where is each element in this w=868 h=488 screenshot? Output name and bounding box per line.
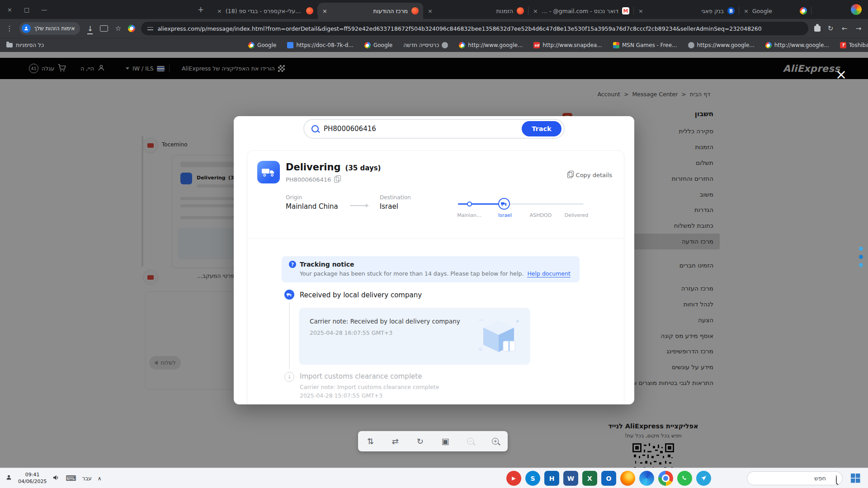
language-indicator[interactable]: עבר (82, 475, 92, 482)
start-button[interactable] (851, 474, 860, 485)
globe-favicon (442, 42, 448, 48)
tab-close-icon[interactable]: × (638, 8, 643, 14)
browser-tab[interactable]: × הזמנות (423, 3, 528, 19)
route-arrow-icon (350, 205, 368, 206)
bookmark-label: http://www.google... (774, 42, 829, 48)
tab-close-icon[interactable]: × (744, 8, 749, 14)
rotate-icon[interactable]: ↻ (417, 437, 424, 446)
browser-tab-strip: × □ — + × (18) עלי-אקספרס - בגדי ספ... ×… (0, 0, 868, 19)
truck-badge-icon (257, 161, 280, 183)
profile-verify-chip[interactable]: אימות הזהות שלך (19, 22, 80, 35)
search-icon (836, 475, 837, 484)
word-icon[interactable]: W (563, 471, 578, 486)
all-bookmarks-button[interactable]: כל הסימניות (6, 42, 44, 48)
bookmark-item[interactable]: https://doc-08-7k-d... (287, 42, 353, 48)
bookmark-label: Google (373, 42, 392, 48)
tab-close-icon[interactable]: × (533, 8, 538, 14)
back-icon[interactable]: → (854, 24, 863, 33)
google-favicon (248, 42, 255, 48)
profile-avatar-icon (22, 24, 31, 33)
cast-icon[interactable] (100, 25, 108, 32)
hp-support-icon[interactable]: H (544, 471, 559, 486)
excel-icon[interactable]: X (582, 471, 597, 486)
bookmark-label: Toshiba (849, 42, 868, 48)
bookmark-item[interactable]: sdhttp://www.snapdea... (533, 42, 602, 48)
chrome-icon[interactable] (658, 471, 673, 486)
bookmark-item[interactable]: MSN Games - Free... (613, 42, 677, 48)
close-preview-button[interactable]: × (835, 68, 847, 81)
tray-person-icon[interactable] (5, 474, 12, 483)
window-close-button[interactable]: × (7, 6, 12, 13)
browser-tab[interactable]: × Google (739, 3, 811, 19)
event-title: Import customs clearance complete (300, 372, 422, 380)
bookmark-item[interactable]: TToshiba (840, 42, 868, 48)
track-button[interactable]: Track (522, 121, 561, 136)
site-settings-icon[interactable] (147, 27, 153, 31)
carousel-dot[interactable] (859, 263, 863, 267)
firefox-icon[interactable] (620, 471, 635, 486)
tab-close-icon[interactable]: × (322, 8, 327, 14)
google-lens-icon[interactable] (128, 25, 135, 32)
browser-tab-active[interactable]: × מרכז ההודעות (318, 3, 423, 19)
taskbar-date: 04/06/2025 (18, 479, 47, 485)
zoom-out-icon[interactable]: − (467, 438, 474, 445)
window-minimize-button[interactable]: — (41, 6, 47, 13)
tab-close-icon[interactable]: × (217, 8, 222, 14)
copy-icon[interactable] (334, 177, 339, 183)
bookmark-item[interactable]: https://www.google... (688, 42, 755, 48)
tray-expand-icon[interactable]: ∧ (98, 475, 102, 482)
bookmark-item[interactable]: http://www.google... (765, 42, 829, 48)
browser-tab[interactable]: × דואר נכנס - Gmail - @gmail.com M (528, 3, 634, 19)
tracking-search-input[interactable]: PH8000606416 (324, 125, 517, 133)
swap-icon[interactable]: ⇄ (392, 437, 399, 446)
tab-close-icon[interactable]: × (428, 8, 433, 14)
edge-icon[interactable] (639, 471, 654, 486)
media-player-icon[interactable]: ▶ (506, 471, 521, 486)
browser-menu-icon[interactable]: ⋮ (5, 24, 14, 33)
bookmark-item[interactable]: כרטיסייה חדשה (403, 42, 448, 48)
copy-details-button[interactable]: Copy details (567, 172, 612, 178)
carrier-note-card: Carrier note: Received by local delivery… (299, 308, 530, 365)
whatsapp-icon[interactable] (677, 471, 692, 486)
downloads-icon[interactable]: ↓ (86, 24, 94, 33)
tracking-notice: ? Tracking notice Your package has been … (282, 256, 580, 282)
tab-title: בנק פאגי (647, 8, 724, 14)
sort-icon[interactable]: ⇅ (367, 437, 374, 446)
touch-keyboard-icon[interactable]: ⌨ (66, 474, 76, 483)
tracking-search-bar[interactable]: PH8000606416 Track (303, 119, 565, 139)
taskbar-search[interactable]: חפש (747, 471, 843, 485)
telegram-icon[interactable] (696, 471, 711, 486)
bookmark-label: Google (257, 42, 276, 48)
browser-profile-icon[interactable] (851, 4, 862, 15)
skype-icon[interactable]: S (525, 471, 540, 486)
extension-icon[interactable] (814, 26, 821, 32)
notice-text: Your package has been stuck for more tha… (300, 270, 524, 277)
bookmark-label: https://doc-08-7k-d... (296, 42, 353, 48)
outlook-icon[interactable]: O (601, 471, 616, 486)
zoom-in-icon[interactable]: + (492, 438, 499, 445)
gmail-favicon: M (622, 7, 629, 14)
bookmark-row: Google https://doc-08-7k-d... Google כרט… (248, 42, 868, 48)
reload-icon[interactable]: ↻ (826, 24, 835, 33)
help-document-link[interactable]: Help document (527, 270, 571, 277)
stop-label: Mainlan... (451, 212, 487, 218)
bookmark-item[interactable]: Google (364, 42, 392, 48)
browser-tab[interactable]: × בנק פאגי B (634, 3, 739, 19)
bookmark-item[interactable]: Google (248, 42, 276, 48)
volume-icon[interactable] (52, 474, 60, 483)
folder-icon (6, 43, 13, 47)
address-bar[interactable]: aliexpress.com/p/message/index.html?from… (141, 22, 808, 35)
screen: × □ — + × (18) עלי-אקספרס - בגדי ספ... ×… (0, 0, 868, 488)
bookmark-star-icon[interactable]: ☆ (114, 24, 122, 33)
clock[interactable]: 09:41 04/06/2025 (18, 472, 47, 485)
forward-icon[interactable]: ← (840, 24, 849, 33)
new-tab-button[interactable]: + (195, 4, 206, 15)
carousel-dot[interactable] (859, 255, 863, 259)
fit-frame-icon[interactable]: ▣ (442, 437, 449, 446)
browser-tab[interactable]: × (18) עלי-אקספרס - בגדי ספ... (212, 3, 318, 19)
window-maximize-button[interactable]: □ (24, 6, 29, 13)
status-title: Delivering (286, 162, 341, 173)
bookmark-label: כרטיסייה חדשה (403, 42, 439, 48)
bookmark-item[interactable]: http://www.google... (459, 42, 523, 48)
carousel-dot[interactable] (859, 247, 863, 251)
